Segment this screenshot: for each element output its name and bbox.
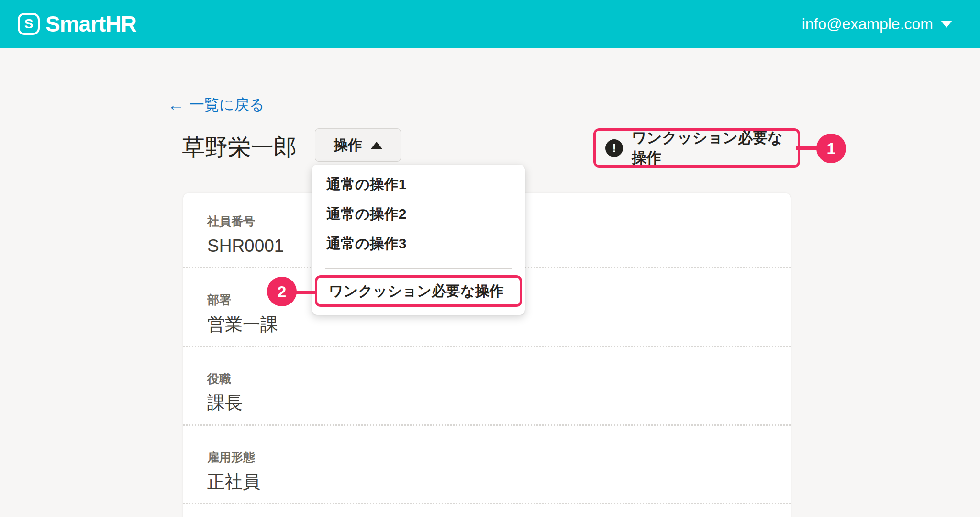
arrow-left-icon: ← (167, 96, 185, 113)
brand-logo: S SmartHR (18, 11, 136, 37)
field-row-employment-type: 雇用形態 正社員 (183, 426, 791, 504)
field-value: 正社員 (207, 472, 791, 493)
field-value: 課長 (207, 393, 791, 414)
field-row-hire-date: 入社年月日 (183, 504, 791, 517)
annotation-connector-2 (294, 291, 315, 294)
actions-button[interactable]: 操作 (315, 128, 401, 162)
menu-item-normal-1[interactable]: 通常の操作1 (312, 169, 525, 199)
back-link-label: 一覧に戻る (189, 95, 264, 115)
field-label: 雇用形態 (207, 450, 791, 464)
field-row-position: 役職 課長 (183, 347, 791, 426)
field-value: 営業一課 (207, 315, 791, 335)
field-label: 役職 (207, 372, 791, 386)
menu-item-caution[interactable]: ワンクッション必要な操作 (317, 278, 520, 304)
account-email[interactable]: info@example.com (802, 15, 933, 33)
menu-divider (325, 268, 512, 269)
account-menu[interactable]: info@example.com (802, 15, 952, 33)
caution-callout-label: ワンクッション必要な操作 (632, 128, 788, 168)
back-link[interactable]: ← 一覧に戻る (167, 95, 264, 115)
annotation-badge-2: 2 (267, 277, 297, 306)
actions-dropdown: 通常の操作1 通常の操作2 通常の操作3 ワンクッション必要な操作 (312, 165, 525, 315)
app-header: S SmartHR info@example.com (0, 0, 980, 48)
caret-down-icon (941, 21, 952, 28)
annotation-badge-1: 1 (816, 134, 846, 163)
annotation-highlight-box: ワンクッション必要な操作 (315, 275, 522, 307)
exclamation-icon: ! (605, 139, 623, 157)
caret-up-icon (371, 142, 382, 149)
brand-name: SmartHR (45, 11, 136, 37)
smarthr-logo-icon: S (18, 13, 40, 35)
screen: S SmartHR info@example.com ← 一覧に戻る 草野栄一郎… (0, 0, 980, 517)
page-title: 草野栄一郎 (182, 135, 297, 160)
caution-callout: ! ワンクッション必要な操作 (593, 128, 800, 168)
menu-item-normal-3[interactable]: 通常の操作3 (312, 229, 525, 258)
actions-button-label: 操作 (334, 135, 362, 155)
menu-item-normal-2[interactable]: 通常の操作2 (312, 199, 525, 229)
annotation-connector-1 (796, 146, 819, 150)
